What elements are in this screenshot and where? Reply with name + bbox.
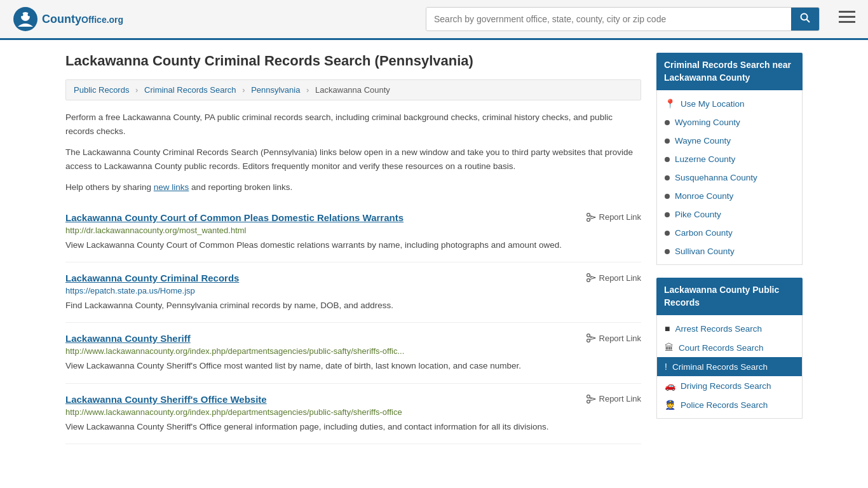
scissors-icon xyxy=(586,394,596,404)
hamburger-menu-icon[interactable] xyxy=(839,11,855,27)
svg-line-12 xyxy=(590,217,595,219)
public-records-header: Lackawanna County Public Records xyxy=(656,278,803,315)
svg-point-20 xyxy=(587,339,590,342)
result-item-3: Lackawanna County Sheriff's Office Websi… xyxy=(65,384,641,444)
site-header: CountyOffice.org xyxy=(0,0,868,40)
svg-point-19 xyxy=(587,334,590,337)
result-item-0: Lackawanna County Court of Common Pleas … xyxy=(65,202,641,262)
dot-icon xyxy=(665,212,670,217)
breadcrumb: Public Records › Criminal Records Search… xyxy=(65,79,641,100)
result-url-0: http://dr.lackawannacounty.org/most_want… xyxy=(65,226,641,235)
result-title-3[interactable]: Lackawanna County Sheriff's Office Websi… xyxy=(65,394,267,405)
rec-icon-2: ! xyxy=(665,362,667,372)
rec-icon-1: 🏛 xyxy=(665,342,674,353)
svg-line-13 xyxy=(590,217,592,217)
nearby-county-0[interactable]: Wyoming County xyxy=(657,113,802,132)
result-header-2: Lackawanna County Sheriff Report Link xyxy=(65,333,641,344)
report-link-2[interactable]: Report Link xyxy=(586,333,641,343)
dot-icon xyxy=(665,120,670,125)
dot-icon xyxy=(665,157,670,162)
nearby-county-7[interactable]: Sullivan County xyxy=(657,242,802,261)
main-container: Lackawanna County Criminal Records Searc… xyxy=(53,40,815,457)
nearby-header: Criminal Records Search near Lackawanna … xyxy=(656,53,803,90)
svg-line-27 xyxy=(590,399,595,401)
new-links-link[interactable]: new links xyxy=(154,182,189,192)
results-list: Lackawanna County Court of Common Pleas … xyxy=(65,202,641,444)
public-record-link-2[interactable]: !Criminal Records Search xyxy=(657,357,802,376)
report-link-3[interactable]: Report Link xyxy=(586,394,641,404)
dot-icon xyxy=(665,139,670,144)
search-icon xyxy=(800,13,810,23)
rec-icon-3: 🚗 xyxy=(665,381,675,391)
page-title: Lackawanna County Criminal Records Searc… xyxy=(65,53,641,69)
svg-point-15 xyxy=(587,279,590,282)
description-3: Help others by sharing new links and rep… xyxy=(65,180,641,194)
nearby-county-3[interactable]: Susquehanna County xyxy=(657,168,802,187)
result-item-1: Lackawanna County Criminal Records Repor… xyxy=(65,262,641,323)
svg-rect-6 xyxy=(839,11,855,13)
scissors-icon xyxy=(586,212,596,222)
dot-icon xyxy=(665,175,670,180)
svg-rect-8 xyxy=(839,21,855,23)
svg-line-28 xyxy=(590,398,592,399)
nearby-body: 📍 Use My Location Wyoming CountyWayne Co… xyxy=(656,90,803,265)
result-title-0[interactable]: Lackawanna County Court of Common Pleas … xyxy=(65,212,403,223)
scissors-icon xyxy=(586,333,596,343)
svg-line-18 xyxy=(590,277,592,278)
breadcrumb-criminal-records[interactable]: Criminal Records Search xyxy=(144,85,236,95)
svg-point-24 xyxy=(587,395,590,398)
report-link-0[interactable]: Report Link xyxy=(586,212,641,222)
svg-point-3 xyxy=(28,13,31,17)
result-url-2: http://www.lackawannacounty.org/index.ph… xyxy=(65,346,641,356)
svg-rect-7 xyxy=(839,16,855,18)
nearby-county-4[interactable]: Monroe County xyxy=(657,187,802,205)
search-bar xyxy=(426,7,820,31)
rec-icon-0: ■ xyxy=(665,323,670,334)
breadcrumb-pennsylvania[interactable]: Pennsylvania xyxy=(251,85,300,95)
result-desc-2: View Lackawanna County Sheriff's Office … xyxy=(65,360,641,372)
scissors-icon xyxy=(586,273,596,283)
nearby-county-5[interactable]: Pike County xyxy=(657,205,802,224)
description-2: The Lackawanna County Criminal Records S… xyxy=(65,146,641,173)
nearby-county-2[interactable]: Luzerne County xyxy=(657,150,802,168)
result-desc-0: View Lackawanna County Court of Common P… xyxy=(65,239,641,252)
result-desc-1: Find Lackawanna County, Pennsylvania cri… xyxy=(65,299,641,312)
result-header-3: Lackawanna County Sheriff's Office Websi… xyxy=(65,394,641,405)
use-my-location-link[interactable]: 📍 Use My Location xyxy=(657,94,802,113)
dot-icon xyxy=(665,231,670,236)
breadcrumb-public-records[interactable]: Public Records xyxy=(74,85,129,95)
public-record-link-1[interactable]: 🏛Court Records Search xyxy=(657,338,802,357)
nearby-county-1[interactable]: Wayne County xyxy=(657,132,802,150)
public-records-body: ■Arrest Records Search🏛Court Records Sea… xyxy=(656,315,803,419)
nearby-counties-list: Wyoming CountyWayne CountyLuzerne County… xyxy=(657,113,802,261)
result-desc-3: View Lackawanna County Sheriff's Office … xyxy=(65,421,641,433)
public-record-link-0[interactable]: ■Arrest Records Search xyxy=(657,319,802,338)
result-url-3: http://www.lackawannacounty.org/index.ph… xyxy=(65,407,641,417)
svg-line-17 xyxy=(590,278,595,280)
rec-icon-4: 👮 xyxy=(665,400,675,410)
content-area: Lackawanna County Criminal Records Searc… xyxy=(65,53,641,444)
result-url-1: https://epatch.state.pa.us/Home.jsp xyxy=(65,286,641,295)
result-title-1[interactable]: Lackawanna County Criminal Records xyxy=(65,273,239,283)
nearby-county-6[interactable]: Carbon County xyxy=(657,224,802,242)
result-title-2[interactable]: Lackawanna County Sheriff xyxy=(65,333,191,344)
svg-point-10 xyxy=(587,219,590,222)
result-header-1: Lackawanna County Criminal Records Repor… xyxy=(65,273,641,283)
breadcrumb-current: Lackawanna County xyxy=(315,85,390,95)
public-record-link-3[interactable]: 🚗Driving Records Search xyxy=(657,376,802,395)
svg-line-23 xyxy=(590,337,592,338)
search-input[interactable] xyxy=(426,8,791,30)
svg-point-2 xyxy=(20,13,24,17)
sidebar: Criminal Records Search near Lackawanna … xyxy=(656,53,803,444)
nearby-section: Criminal Records Search near Lackawanna … xyxy=(656,53,803,265)
svg-point-9 xyxy=(587,214,590,217)
description-1: Perform a free Lackawanna County, PA pub… xyxy=(65,111,641,138)
dot-icon xyxy=(665,249,670,254)
dot-icon xyxy=(665,194,670,199)
site-logo[interactable]: CountyOffice.org xyxy=(13,6,123,32)
public-records-list: ■Arrest Records Search🏛Court Records Sea… xyxy=(657,319,802,414)
search-button[interactable] xyxy=(791,8,819,30)
report-link-1[interactable]: Report Link xyxy=(586,273,641,283)
result-header-0: Lackawanna County Court of Common Pleas … xyxy=(65,212,641,223)
public-record-link-4[interactable]: 👮Police Records Search xyxy=(657,395,802,414)
